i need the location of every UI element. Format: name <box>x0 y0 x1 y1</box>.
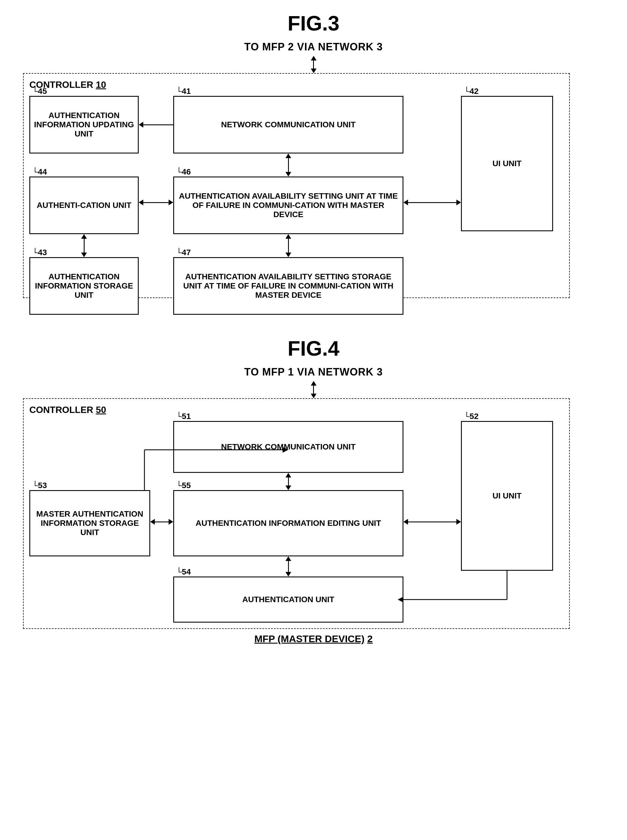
fig4-auth-info-editing-box: AUTHENTICATION INFORMATION EDITING UNIT <box>173 490 403 556</box>
fig3-ref43: └43 <box>32 248 47 257</box>
fig4-top-arrow-up <box>311 381 317 385</box>
fig3-arrow-auth-storage-v <box>81 234 87 257</box>
fig3-section: FIG.3 TO MFP 2 VIA NETWORK 3 CONTROLLER … <box>23 11 604 314</box>
fig3-arrow-auth-bidir <box>139 200 173 205</box>
fig4-arrow-editing-auth-v <box>285 556 291 576</box>
fig3-controller-label: CONTROLLER 10 <box>29 79 563 90</box>
fig4-ref51: └51 <box>176 412 191 421</box>
fig4-section: FIG.4 TO MFP 1 VIA NETWORK 3 CONTROLLER … <box>23 336 604 644</box>
fig3-arrow-avail-ui <box>403 200 461 205</box>
fig3-ref47: └47 <box>176 248 191 257</box>
fig4-controller-label: CONTROLLER 50 <box>29 404 563 415</box>
fig4-mfp-label: MFP (MASTER DEVICE) 2 <box>23 633 604 644</box>
fig4-arrow-ui-to-auth-svg <box>461 556 559 628</box>
fig3-ref42: └42 <box>464 87 479 96</box>
fig4-controller-box: CONTROLLER 50 └51 NETWORK COMMUNICATION … <box>23 398 570 629</box>
fig3-arrow-net-avail-v <box>285 153 291 177</box>
fig3-auth-info-update-box: AUTHENTICATION INFORMATION UPDATING UNIT <box>29 96 139 153</box>
fig3-auth-unit-box: AUTHENTI-CATION UNIT <box>29 177 139 234</box>
fig4-master-auth-storage-box: MASTER AUTHENTICATION INFORMATION STORAG… <box>29 490 150 556</box>
fig4-arrow-net-editing-v <box>285 473 291 490</box>
fig4-ref54: └54 <box>176 567 191 576</box>
fig4-arrow-master-editing <box>150 519 173 525</box>
fig3-arrow-net-to-auth-update <box>139 122 173 128</box>
fig3-controller-box: CONTROLLER 10 └45 AUTHENTICATION INFORMA… <box>23 73 570 298</box>
fig4-ui-unit-box: UI UNIT <box>461 421 553 571</box>
fig3-auth-avail-setting-box: AUTHENTICATION AVAILABILITY SETTING UNIT… <box>173 177 403 234</box>
fig3-network-comm-box: NETWORK COMMUNICATION UNIT <box>173 96 403 153</box>
fig3-top-arrow-down <box>311 68 317 73</box>
fig4-arrow-master-to-net-svg <box>87 421 179 496</box>
fig4-network-comm-box: NETWORK COMMUNICATION UNIT <box>173 421 403 473</box>
fig4-ref52: └52 <box>464 412 479 421</box>
fig3-arrow-avail-avail-storage-v <box>285 234 291 257</box>
fig4-top-arrow-down <box>311 394 317 398</box>
fig3-ref46: └46 <box>176 167 191 177</box>
fig3-auth-info-storage-box: AUTHENTICATION INFORMATION STORAGE UNIT <box>29 257 139 315</box>
fig3-auth-avail-storage-box: AUTHENTICATION AVAILABILITY SETTING STOR… <box>173 257 403 315</box>
fig4-auth-unit-box: AUTHENTICATION UNIT <box>173 576 403 622</box>
fig3-ref44: └44 <box>32 167 47 177</box>
fig3-ui-unit-box: UI UNIT <box>461 96 553 231</box>
fig4-title: FIG.4 <box>23 336 604 360</box>
fig3-title: FIG.3 <box>23 11 604 35</box>
fig4-top-arrow-line <box>313 385 314 394</box>
fig3-top-arrow-up <box>311 56 317 60</box>
fig3-top-arrow-line <box>313 60 314 68</box>
fig4-arrow-editing-ui <box>403 519 461 525</box>
fig3-ref45: └45 <box>32 87 47 96</box>
fig3-ref41: └41 <box>176 87 191 96</box>
fig4-network-label: TO MFP 1 VIA NETWORK 3 <box>244 366 383 378</box>
fig4-ref53: └53 <box>32 481 47 490</box>
fig3-network-label: TO MFP 2 VIA NETWORK 3 <box>244 41 383 53</box>
